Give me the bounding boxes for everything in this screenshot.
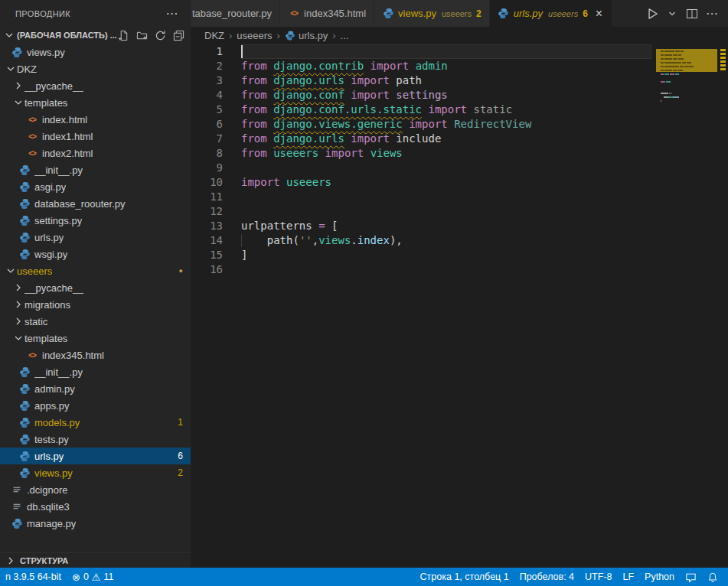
tree-file--init-py[interactable]: __init__.py	[0, 363, 191, 380]
breadcrumb-item[interactable]: urls.py	[285, 30, 328, 41]
chevron-down-icon[interactable]	[5, 265, 17, 277]
breadcrumb-item[interactable]: DKZ	[204, 30, 224, 41]
tab-urls-py[interactable]: urls.pyuseeers6×	[490, 0, 612, 27]
modified-dot: ●	[179, 267, 183, 275]
line-content: import useeers	[241, 175, 651, 190]
tree-file-wsgi-py[interactable]: wsgi.py	[0, 246, 191, 262]
tree-file-views-py[interactable]: views.py	[0, 44, 191, 60]
tree-file-db-sqlite3[interactable]: db.sqlite3	[0, 498, 191, 515]
tab-index345-html[interactable]: <>index345.html	[280, 0, 374, 27]
warning-count: 11	[103, 571, 113, 582]
code-token: from	[241, 118, 267, 130]
tree-item-label: __pycache__	[24, 80, 83, 92]
python-file-icon	[18, 164, 31, 176]
tree-file-asgi-py[interactable]: asgi.py	[0, 178, 191, 195]
chevron-right-icon[interactable]	[12, 315, 24, 327]
tree-file-models-py[interactable]: models.py1	[0, 414, 191, 431]
tab-views-py[interactable]: views.pyuseeers2	[374, 0, 489, 27]
tree-file-settings-py[interactable]: settings.py	[0, 212, 191, 229]
status-python-interpreter[interactable]: n 3.9.5 64-bit	[0, 568, 67, 586]
workspace-section-header[interactable]: (РАБОЧАЯ ОБЛАСТЬ) ...	[0, 27, 191, 44]
status-eol[interactable]: LF	[617, 568, 639, 586]
line-content: from django.contrib import admin	[241, 59, 651, 73]
status-encoding[interactable]: UTF-8	[579, 568, 617, 586]
explorer-more-actions-icon[interactable]: ⋯	[162, 6, 183, 21]
chevron-down-icon[interactable]	[3, 29, 15, 41]
tree-file-apps-py[interactable]: apps.py	[0, 397, 191, 414]
python-file-icon	[18, 181, 31, 193]
python-file-icon	[18, 383, 31, 395]
tree-file--dcignore[interactable]: .dcignore	[0, 481, 191, 498]
status-indentation[interactable]: Пробелов: 4	[514, 568, 579, 586]
tree-file-index-html[interactable]: <>index.html	[0, 111, 191, 128]
line-number: 8	[191, 146, 241, 161]
tab-tabase-roouter-py[interactable]: tabase_roouter.py	[191, 0, 279, 27]
tree-file-index2-html[interactable]: <>index2.html	[0, 145, 191, 161]
new-file-icon[interactable]	[117, 29, 129, 41]
tree-file-manage-py[interactable]: manage.py	[0, 515, 191, 532]
tree-file-index1-html[interactable]: <>index1.html	[0, 128, 191, 145]
code-line-12: 12	[191, 204, 728, 219]
tree-file-index345-html[interactable]: <>index345.html	[0, 347, 191, 363]
minimap[interactable]	[656, 45, 717, 106]
tree-file-urls-py[interactable]: urls.py	[0, 229, 191, 246]
status-feedback[interactable]	[680, 568, 702, 586]
run-icon[interactable]	[644, 5, 661, 22]
tree-folder-useeers[interactable]: useeers●	[0, 262, 191, 279]
tree-file-tests-py[interactable]: tests.py	[0, 431, 191, 448]
tree-file-admin-py[interactable]: admin.py	[0, 380, 191, 397]
tree-folder--pycache-[interactable]: __pycache__	[0, 77, 191, 94]
line-content	[241, 44, 651, 59]
tree-folder-static[interactable]: static	[0, 313, 191, 330]
code-editor[interactable]: 12from django.contrib import admin3from …	[191, 44, 728, 568]
vscode-window: ПРОВОДНИК ⋯ (РАБОЧАЯ ОБЛАСТЬ) ... views.…	[0, 0, 728, 586]
code-token	[267, 89, 273, 101]
new-folder-icon[interactable]	[135, 29, 148, 41]
code-token	[267, 147, 273, 159]
tree-file-urls-py[interactable]: urls.py6	[0, 448, 191, 464]
status-problems[interactable]: ⊗0⚠11	[67, 568, 119, 586]
tree-file-database-roouter-py[interactable]: database_roouter.py	[0, 195, 191, 212]
status-bar: n 3.9.5 64-bit⊗0⚠11 Строка 1, столбец 1П…	[0, 568, 728, 586]
chevron-down-icon[interactable]	[12, 332, 24, 344]
chevron-right-icon[interactable]	[12, 282, 24, 294]
tree-folder-templates[interactable]: templates	[0, 330, 191, 347]
outline-section-header[interactable]: СТРУКТУРА	[0, 552, 191, 568]
split-editor-icon[interactable]	[684, 5, 700, 22]
breadcrumb-item[interactable]: ...	[341, 30, 349, 41]
line-number: 2	[191, 59, 241, 73]
status-text: Пробелов: 4	[520, 571, 574, 582]
refresh-icon[interactable]	[154, 29, 166, 41]
code-token	[325, 220, 331, 232]
chevron-right-icon[interactable]	[12, 80, 24, 92]
status-notifications[interactable]	[702, 568, 723, 586]
tree-folder-migrations[interactable]: migrations	[0, 296, 191, 313]
status-cursor-position[interactable]: Строка 1, столбец 1	[415, 568, 514, 586]
tab-label: views.py	[398, 8, 436, 19]
chevron-right-icon[interactable]	[12, 298, 24, 311]
tree-file--init-py[interactable]: __init__.py	[0, 161, 191, 178]
tab-bar: tabase_roouter.py<>index345.htmlviews.py…	[191, 0, 728, 27]
tree-item-label: urls.py	[34, 232, 64, 243]
chevron-down-icon[interactable]	[5, 63, 17, 75]
code-line-6: 6from django.views.generic import Redire…	[191, 117, 728, 132]
tree-item-label: static	[24, 316, 47, 327]
tree-file-views-py[interactable]: views.py2	[0, 464, 191, 481]
python-file-icon	[18, 399, 31, 412]
breadcrumb-item[interactable]: useeers	[237, 30, 272, 41]
minimap-bar	[664, 54, 672, 56]
chevron-down-icon[interactable]	[12, 96, 24, 109]
collapse-all-icon[interactable]	[172, 29, 184, 41]
tree-folder-templates[interactable]: templates	[0, 94, 191, 111]
tree-folder-dkz[interactable]: DKZ	[0, 60, 191, 77]
tab-description: useeers	[442, 9, 472, 18]
error-icon: ⊗	[72, 571, 80, 583]
minimap-bar	[681, 50, 684, 52]
tree-folder--pycache-[interactable]: __pycache__	[0, 279, 191, 296]
ellipsis-icon[interactable]: ⋯	[704, 5, 720, 22]
status-language-mode[interactable]: Python	[639, 568, 680, 586]
close-icon[interactable]: ×	[594, 8, 604, 20]
ruler-warning-mark	[720, 53, 726, 55]
code-token: django.conf.urls.static	[273, 103, 422, 116]
chevron-down-icon[interactable]	[664, 5, 681, 22]
